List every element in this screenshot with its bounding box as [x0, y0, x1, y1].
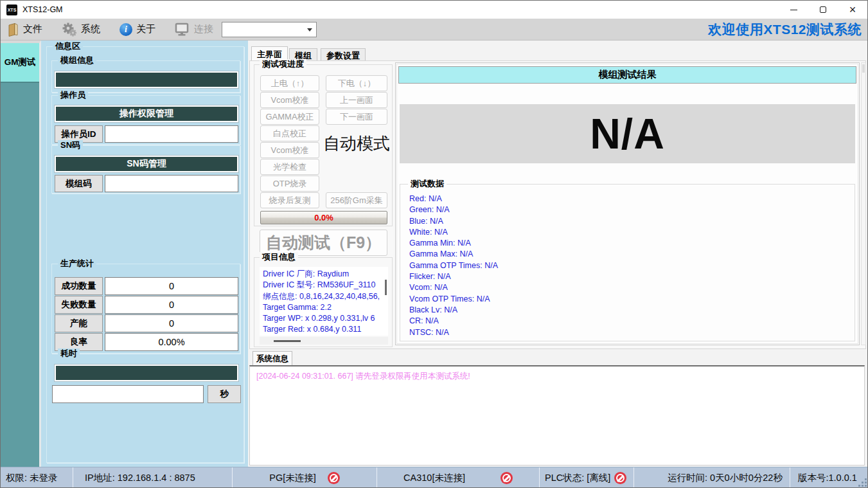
system-log-area[interactable]: [2024-06-24 09:31:01. 667] 请先登录权限再使用本测试系… [249, 365, 865, 465]
seconds-button[interactable]: 秒 [208, 385, 241, 403]
chevron-down-icon [307, 28, 312, 32]
minimize-icon [790, 10, 797, 10]
operator-permission-button[interactable]: 操作权限管理 [55, 105, 238, 122]
vcom-calibration-button[interactable]: Vcom校准 [260, 92, 319, 108]
success-count-label: 成功数量 [55, 277, 103, 295]
about-button[interactable]: i 关于 [114, 20, 161, 39]
project-info-hscroll-thumb[interactable] [274, 340, 301, 342]
sn-manage-button[interactable]: SN码管理 [55, 156, 238, 172]
capacity-value-text: 0 [169, 318, 174, 329]
list-item: Driver IC 型号: RM536UF_3110 [260, 280, 388, 291]
test-data-gamma-min: Gamma Min: N/A [409, 238, 855, 249]
module-code-input[interactable] [105, 175, 238, 192]
close-icon: × [849, 4, 856, 15]
fail-count-value-text: 0 [169, 300, 174, 310]
minimize-button[interactable] [779, 1, 808, 19]
test-data-black-lv: Black Lv: N/A [409, 305, 855, 316]
connection-select[interactable] [222, 22, 317, 37]
test-data-vcom-otp-times: Vcom OTP Times: N/A [409, 294, 855, 305]
info-icon: i [120, 23, 132, 36]
sn-manage-button-label: SN码管理 [127, 158, 166, 170]
connect-button[interactable]: 连接 [169, 20, 219, 39]
welcome-banner: 欢迎使用XTS12测试系统 [708, 21, 862, 39]
plc-offline-icon [614, 472, 626, 484]
test-data-blue: Blue: N/A [409, 216, 855, 227]
elapsed-input[interactable] [52, 385, 204, 403]
operator-id-label-text: 操作员ID [62, 129, 96, 140]
permission-status-text: 权限: 未登录 [6, 472, 58, 484]
app-window: XTS XTS12-GM × 文件 [0, 0, 868, 488]
elapsed-display-field [55, 365, 238, 381]
version-status: 版本号:1.0.0.1 [790, 467, 868, 488]
yield-value: 0.00% [105, 333, 238, 351]
main-region: GM测试 信息区 模组信息 操作员 操作权限管理 [1, 41, 868, 467]
info-panel: 信息区 模组信息 操作员 操作权限管理 操作员ID [43, 41, 248, 467]
gears-icon [62, 22, 77, 37]
yield-value-text: 0.00% [158, 337, 184, 347]
test-data-group: 测试数据 Red: N/A Green: N/A Blue: N/A White… [400, 184, 855, 341]
tab-parameter-settings[interactable]: 参数设置 [321, 48, 366, 61]
list-item: Targer Red: x 0.684,y 0.311 [260, 324, 388, 335]
test-progress-group: 测试项进度 上电（↑） Vcom校准 GAMMA校正 白点校正 Vcom校准 光… [254, 64, 393, 226]
otp-burn-button[interactable]: OTP烧录 [260, 176, 319, 192]
app-icon: XTS [6, 5, 17, 15]
file-label: 文件 [23, 23, 42, 35]
main-tab-page: 测试项进度 上电（↑） Vcom校准 GAMMA校正 白点校正 Vcom校准 光… [249, 60, 866, 349]
plc-status-text: PLC状态: [离线] [545, 472, 610, 484]
maximize-icon [820, 6, 826, 13]
resize-grip[interactable] [858, 478, 867, 487]
fail-count-label: 失败数量 [55, 296, 103, 314]
permission-status: 权限: 未登录 [1, 467, 73, 488]
operator-group: 操作员 操作权限管理 操作员ID [51, 95, 240, 145]
result-value-box: N/A [400, 104, 855, 163]
production-stats-group: 生产统计 成功数量 0 失败数量 0 产能 0 良率 0.00% [51, 264, 240, 354]
gamma-correction-button[interactable]: GAMMA校正 [260, 109, 319, 125]
ca310-disconnected-icon [500, 472, 513, 484]
module-result-header: 模组测试结果 [398, 66, 856, 84]
test-data-green: Green: N/A [409, 204, 855, 215]
sidebar: GM测试 [1, 41, 41, 467]
pg-status: PG[未连接] [232, 467, 376, 488]
power-off-button[interactable]: 下电（↓） [326, 75, 387, 91]
project-info-label: 项目信息 [260, 252, 298, 262]
project-info-vscroll-thumb[interactable] [385, 280, 387, 295]
pg-status-text: PG[未连接] [269, 472, 316, 484]
tab-system-info[interactable]: 系统信息 [252, 351, 292, 366]
success-count-label-text: 成功数量 [62, 280, 96, 292]
test-progress-label: 测试项进度 [260, 59, 306, 69]
test-data-label: 测试数据 [408, 179, 447, 189]
test-data-white: White: N/A [409, 227, 855, 238]
next-screen-button[interactable]: 下一画面 [326, 109, 387, 125]
previous-screen-button[interactable]: 上一画面 [326, 92, 387, 108]
progress-percent-text: 0.0% [314, 213, 333, 222]
system-button[interactable]: 系统 [56, 20, 106, 39]
list-item: Targer WP: x 0.298,y 0.331,lv 6 [260, 313, 388, 324]
success-count-value-text: 0 [169, 281, 174, 291]
optical-inspection-button[interactable]: 光学检查 [260, 159, 319, 175]
success-count-value: 0 [105, 277, 238, 295]
module-code-label-text: 模组码 [66, 178, 92, 190]
gm-256-capture-button[interactable]: 256阶Gm采集 [326, 192, 387, 208]
white-point-correction-button[interactable]: 白点校正 [260, 125, 319, 141]
status-bar: 权限: 未登录 IP地址: 192.168.1.4 : 8875 PG[未连接]… [1, 467, 868, 488]
capacity-label-text: 产能 [70, 318, 87, 329]
file-button[interactable]: 文件 [1, 20, 48, 39]
power-on-button[interactable]: 上电（↑） [260, 75, 319, 91]
pg-disconnected-icon [328, 472, 340, 484]
window-title: XTS12-GM [22, 5, 63, 14]
maximize-button[interactable] [808, 1, 838, 19]
project-info-list[interactable]: Driver IC 厂商: Raydium Driver IC 型号: RM53… [260, 267, 388, 336]
sidebar-tab-gm-test[interactable]: GM测试 [1, 43, 39, 83]
test-progress-bar: 0.0% [260, 211, 387, 224]
retest-after-burn-button[interactable]: 烧录后复测 [260, 192, 319, 208]
test-data-gamma-max: Gamma Max: N/A [409, 249, 855, 260]
file-icon [6, 23, 19, 37]
elapsed-label: 耗时 [58, 348, 80, 359]
close-button[interactable]: × [838, 1, 867, 19]
ca310-status: CA310[未连接] [376, 467, 539, 488]
project-info-hscrollbar[interactable] [260, 337, 388, 345]
result-panel-vscrollbar[interactable] [861, 62, 866, 345]
vcom-calibration-2-button[interactable]: Vcom校准 [260, 142, 319, 158]
operator-id-input[interactable] [105, 125, 238, 143]
result-panel-vscroll-thumb[interactable] [862, 64, 865, 73]
